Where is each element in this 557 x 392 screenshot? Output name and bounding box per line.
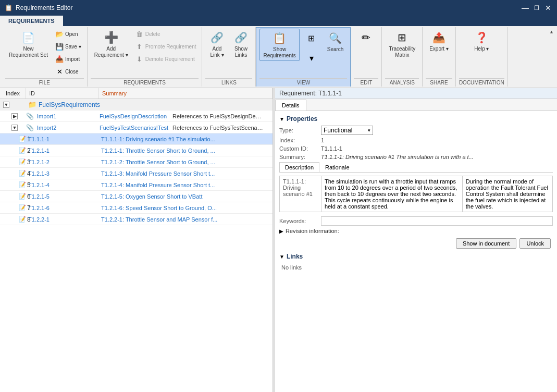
show-in-document-button[interactable]: Show in document (456, 238, 517, 249)
summary-cell: T1.2.1-2: Throttle Sensor Short to Groun… (99, 159, 273, 165)
edit-group-label: EDIT (354, 78, 378, 85)
file-group-label: FILE (5, 78, 84, 85)
search-button[interactable]: 🔍 Search (324, 29, 348, 55)
tab-details[interactable]: Details (275, 100, 306, 111)
req-icon: 📝 (19, 136, 26, 142)
unlock-button[interactable]: Unlock (519, 238, 551, 249)
table-row[interactable]: 📝 1 T1.1.1-1 T1.1.1-1: Driving scenario … (0, 133, 273, 145)
traceability-icon: ⊞ (395, 30, 410, 45)
import2-id: Import2 (35, 125, 97, 131)
custom-id-value: T1.1.1-1 (321, 145, 342, 152)
delete-icon: 🗑 (135, 30, 144, 38)
expand-import2-button[interactable]: ▼ (11, 125, 18, 131)
no-links-text: No links (279, 262, 553, 273)
show-links-button[interactable]: 🔗 ShowLinks (229, 28, 252, 60)
id-cell: T1.2.1-2 (26, 159, 99, 165)
links-buttons: 🔗 AddLink ▾ 🔗 ShowLinks (205, 28, 252, 77)
import1-summary: References to FuelSysDesignDescription.d… (170, 113, 266, 119)
edit-button[interactable]: ✏ (355, 28, 378, 47)
analysis-group-label: ANALYSIS (385, 78, 419, 85)
add-link-button[interactable]: 🔗 AddLink ▾ (205, 28, 228, 60)
desc-right-cell: During the normal mode of operation the … (462, 176, 552, 212)
details-tab-bar: Details (275, 99, 557, 111)
import-button[interactable]: 📥 Import (53, 53, 84, 65)
restore-button[interactable]: ❐ (532, 3, 541, 13)
properties-expand-icon[interactable]: ▼ (279, 116, 284, 122)
add-link-icon: 🔗 (209, 30, 224, 45)
expand-root-button[interactable]: ▼ (3, 102, 9, 108)
new-requirement-set-button[interactable]: 📄 NewRequirement Set (5, 28, 52, 60)
requirements-tab[interactable]: REQUIREMENTS (0, 16, 63, 26)
list-item[interactable]: ▼ 📎 Import2 FuelSysTestScenarios!Test Sc… (0, 122, 273, 133)
tab-rationale[interactable]: Rationale (319, 162, 355, 172)
title-bar: 📋 Requirements Editor — ❐ ✕ (0, 0, 557, 16)
index-label: Index: (279, 137, 321, 143)
desc-left-cell: T1.1.1-1: Driving scenario #1 (280, 176, 321, 212)
analysis-buttons: ⊞ TraceabilityMatrix (385, 28, 419, 77)
table-row[interactable]: 📝 4 T1.2.1-3 T1.2.1-3: Manifold Pressure… (0, 168, 273, 179)
type-dropdown[interactable]: Functional ▾ (321, 126, 373, 135)
keywords-label: Keywords: (279, 218, 321, 224)
table-row[interactable]: 📝 7 T1.2.1-6 T1.2.1-6: Speed Sensor Shor… (0, 202, 273, 214)
help-button[interactable]: ❓ Help ▾ (470, 28, 493, 54)
summary-value: T1.1.1-1: Driving scenario #1 The simula… (321, 154, 474, 160)
traceability-matrix-button[interactable]: ⊞ TraceabilityMatrix (385, 28, 419, 60)
table-row[interactable]: 📝 5 T1.2.1-4 T1.2.1-4: Manifold Pressure… (0, 179, 273, 191)
requirement-title: Requirement: T1.1.1-1 (279, 90, 342, 97)
close-button[interactable]: ✕ (543, 3, 553, 13)
delete-button: 🗑 Delete (133, 28, 199, 40)
table-row[interactable]: 📝 6 T1.2.1-5 T1.2.1-5: Oxygen Sensor Sho… (0, 191, 273, 202)
req-icon: 📝 (19, 204, 26, 211)
revision-row[interactable]: ▶ Revision information: (279, 228, 553, 234)
table-row[interactable]: 📝 2 T1.2.1-1 T1.2.1-1: Throttle Sensor S… (0, 145, 273, 156)
table-row[interactable]: 📝 8 T1.2.2-1 T1.2.2-1: Throttle Sensor a… (0, 214, 273, 225)
promote-requirement-button: ⬆ Promote Requirement (133, 41, 199, 52)
add-req-icon: ➕ (104, 30, 118, 45)
tab-description[interactable]: Description (279, 162, 319, 172)
links-section-title: Links (287, 253, 303, 260)
show-requirements-button[interactable]: 📋 ShowRequirements (259, 29, 299, 61)
expand-import1-button[interactable]: ▶ (11, 113, 18, 119)
edit-buttons: ✏ (355, 28, 378, 77)
req-icon: 📝 (19, 181, 26, 188)
index-cell: 📝 8 (0, 216, 26, 223)
right-panel: Requirement: T1.1.1-1 Details ▼ Properti… (275, 88, 557, 392)
import1-id: Import1 (35, 113, 97, 119)
summary-label: Summary: (279, 154, 321, 160)
detail-content: ▼ Properties Type: Functional ▾ Index: 1… (275, 111, 557, 392)
root-name: FuelSysRequirements (39, 101, 100, 108)
keywords-input[interactable] (321, 216, 553, 226)
summary-cell: T1.1.1-1: Driving scenario #1 The simula… (99, 136, 273, 142)
index-cell: 📝 7 (0, 204, 26, 212)
app-title: Requirements Editor (16, 4, 72, 11)
export-button[interactable]: 📤 Export ▾ (426, 28, 452, 54)
save-button[interactable]: 💾 Save ▾ (53, 41, 84, 52)
description-table: T1.1.1-1: Driving scenario #1 The simula… (279, 176, 553, 212)
share-buttons: 📤 Export ▾ (426, 28, 452, 77)
file-buttons: 📄 NewRequirement Set 📂 Open 💾 Save ▾ 📥 I… (5, 28, 84, 77)
list-item[interactable]: ▼ 📁 FuelSysRequirements (0, 99, 273, 111)
revision-expand-icon: ▶ (279, 228, 283, 234)
view-grid2-button[interactable]: ▾ (301, 48, 323, 67)
ribbon-group-view: 📋 ShowRequirements ⊞ ▾ 🔍 Search VIEW (256, 27, 351, 87)
app-icon: 📋 (4, 4, 13, 12)
collapse-ribbon-button[interactable]: ▲ (548, 29, 555, 34)
id-cell: T1.2.1-4 (26, 182, 99, 188)
open-icon: 📂 (55, 30, 64, 38)
close-button[interactable]: ✕ Close (53, 66, 84, 77)
sub-tab-bar: Description Rationale (279, 162, 553, 173)
links-expand-icon[interactable]: ▼ (279, 254, 284, 260)
type-value: Functional (324, 127, 352, 134)
ribbon-group-analysis: ⊞ TraceabilityMatrix ANALYSIS (382, 27, 423, 87)
table-row[interactable]: 📝 3 T1.2.1-2 T1.2.1-2: Throttle Sensor S… (0, 156, 273, 168)
list-item[interactable]: ▶ 📎 Import1 FuelSysDesignDescription Ref… (0, 111, 273, 122)
table-body[interactable]: ▼ 📁 FuelSysRequirements ▶ 📎 Import1 Fuel… (0, 99, 273, 392)
demote-icon: ⬇ (135, 55, 144, 63)
import1-id-text: FuelSysDesignDescription (97, 113, 170, 119)
id-cell: T1.2.1-1 (26, 148, 99, 154)
req-icon: 📝 (19, 158, 26, 165)
view-grid-button[interactable]: ⊞ (301, 29, 323, 47)
minimize-button[interactable]: — (521, 3, 530, 13)
add-requirement-button[interactable]: ➕ AddRequirement ▾ (91, 28, 132, 60)
open-button[interactable]: 📂 Open (53, 28, 84, 40)
